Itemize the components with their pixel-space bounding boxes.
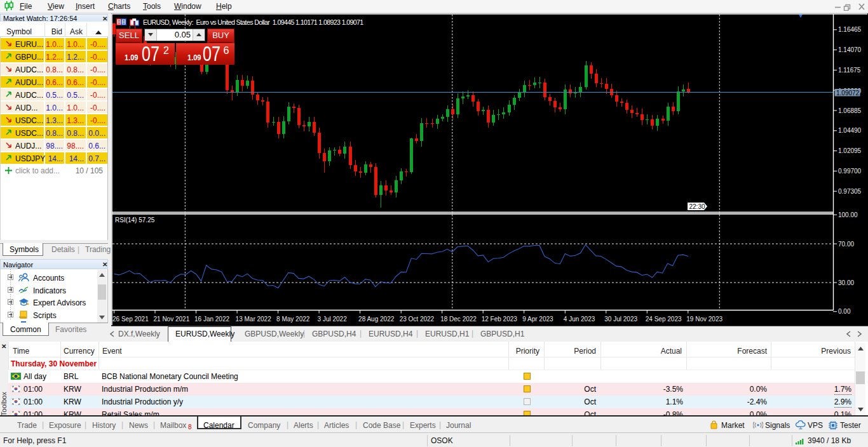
svg-text:30 Jul 2023: 30 Jul 2023 — [604, 316, 637, 323]
svg-text:0.99700: 0.99700 — [838, 168, 862, 175]
svg-text:12 Feb 2023: 12 Feb 2023 — [482, 316, 518, 323]
svg-text:30.00: 30.00 — [838, 279, 854, 286]
svg-text:1.06885: 1.06885 — [838, 107, 862, 114]
svg-text:0.00: 0.00 — [838, 308, 851, 315]
svg-text:26 Sep 2021: 26 Sep 2021 — [112, 316, 149, 323]
svg-text:100.00: 100.00 — [838, 211, 858, 218]
svg-text:1.14070: 1.14070 — [838, 46, 862, 53]
svg-text:8 May 2022: 8 May 2022 — [276, 316, 310, 323]
svg-text:3 Jul 2022: 3 Jul 2022 — [318, 316, 348, 323]
svg-text:16 Jan 2022: 16 Jan 2022 — [194, 316, 229, 323]
svg-text:22:30: 22:30 — [689, 203, 705, 210]
svg-text:1.16465: 1.16465 — [838, 26, 862, 33]
svg-text:1.02095: 1.02095 — [838, 147, 862, 154]
svg-text:RSI(14) 57.25: RSI(14) 57.25 — [115, 217, 155, 223]
svg-text:9 Apr 2023: 9 Apr 2023 — [522, 316, 553, 323]
svg-text:1.04490: 1.04490 — [838, 127, 862, 134]
svg-text:21 Nov 2021: 21 Nov 2021 — [154, 316, 190, 323]
svg-text:1.09072: 1.09072 — [836, 90, 860, 97]
svg-text:23 Oct 2022: 23 Oct 2022 — [400, 316, 435, 323]
svg-text:24 Sep 2023: 24 Sep 2023 — [646, 316, 682, 323]
svg-text:EURUSD, Weekly: Euro vs Unite: EURUSD, Weekly: Euro vs United States Do… — [143, 18, 363, 26]
svg-text:28 Aug 2022: 28 Aug 2022 — [358, 316, 395, 323]
svg-text:19 Nov 2023: 19 Nov 2023 — [686, 316, 722, 323]
svg-text:13 Mar 2022: 13 Mar 2022 — [236, 316, 272, 323]
svg-text:70.00: 70.00 — [838, 241, 854, 248]
svg-text:1.11675: 1.11675 — [838, 67, 861, 74]
svg-text:4 Jun 2023: 4 Jun 2023 — [564, 316, 595, 323]
svg-text:18 Dec 2022: 18 Dec 2022 — [440, 316, 477, 323]
svg-text:0.97305: 0.97305 — [838, 188, 862, 195]
